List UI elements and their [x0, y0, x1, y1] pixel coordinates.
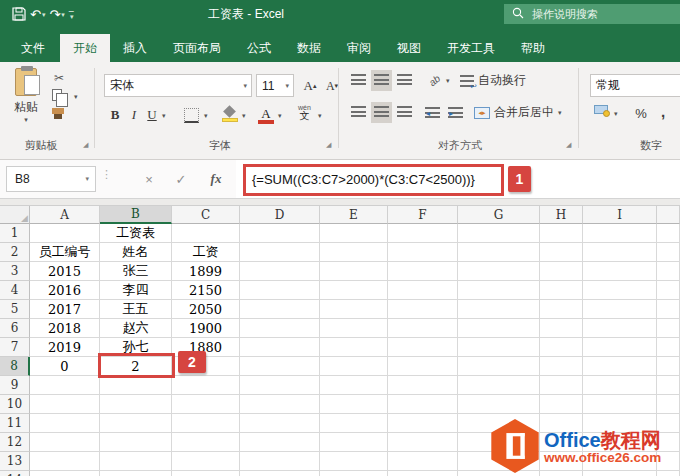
cell-F2[interactable]: [388, 243, 458, 262]
cell-E13[interactable]: [320, 452, 388, 471]
alignment-dialog-launcher-icon[interactable]: ◢: [566, 141, 571, 149]
cell-A11[interactable]: [30, 414, 100, 433]
cell-E5[interactable]: [320, 300, 388, 319]
undo-button[interactable]: ↶▾: [30, 8, 45, 21]
cell-I9[interactable]: [583, 376, 657, 395]
cell-A10[interactable]: [30, 395, 100, 414]
cell-J4[interactable]: [657, 281, 680, 300]
cell-E14[interactable]: [320, 471, 388, 476]
number-format-combo[interactable]: 常规: [590, 74, 680, 97]
shrink-font-button[interactable]: A▾: [322, 76, 342, 96]
align-bottom-button[interactable]: [394, 70, 415, 91]
cell-G6[interactable]: [458, 319, 540, 338]
cell-D12[interactable]: [240, 433, 320, 452]
phonetic-caret-icon[interactable]: ▾: [318, 112, 322, 120]
font-color-button[interactable]: A: [258, 106, 274, 124]
cell-H4[interactable]: [540, 281, 583, 300]
align-right-button[interactable]: [394, 102, 415, 123]
cell-D6[interactable]: [240, 319, 320, 338]
cell-I8[interactable]: [583, 357, 657, 376]
cell-D7[interactable]: [240, 338, 320, 357]
cell-C5[interactable]: 2050: [172, 300, 240, 319]
cell-J10[interactable]: [657, 395, 680, 414]
cell-D2[interactable]: [240, 243, 320, 262]
cell-E4[interactable]: [320, 281, 388, 300]
cell-H9[interactable]: [540, 376, 583, 395]
tab-6[interactable]: 审阅: [334, 34, 384, 62]
cell-H6[interactable]: [540, 319, 583, 338]
column-header-I[interactable]: I: [583, 206, 657, 224]
row-header-3[interactable]: 3: [0, 262, 30, 281]
select-all-corner[interactable]: [0, 206, 30, 224]
cell-F7[interactable]: [388, 338, 458, 357]
cell-G9[interactable]: [458, 376, 540, 395]
cell-F5[interactable]: [388, 300, 458, 319]
row-header-14[interactable]: 14: [0, 471, 30, 476]
cell-H3[interactable]: [540, 262, 583, 281]
cell-C9[interactable]: [172, 376, 240, 395]
cell-A4[interactable]: 2016: [30, 281, 100, 300]
cell-I4[interactable]: [583, 281, 657, 300]
cell-J8[interactable]: [657, 357, 680, 376]
cell-A3[interactable]: 2015: [30, 262, 100, 281]
cell-A6[interactable]: 2018: [30, 319, 100, 338]
row-header-11[interactable]: 11: [0, 414, 30, 433]
font-size-combo[interactable]: 11 ▾: [256, 74, 294, 97]
font-dialog-launcher-icon[interactable]: ◢: [326, 141, 331, 149]
cell-G4[interactable]: [458, 281, 540, 300]
cell-G1[interactable]: [458, 224, 540, 243]
copy-caret-icon[interactable]: ▾: [74, 93, 78, 101]
cell-G5[interactable]: [458, 300, 540, 319]
font-name-combo[interactable]: 宋体 ▾: [104, 74, 252, 97]
column-header-D[interactable]: D: [240, 206, 320, 224]
row-header-6[interactable]: 6: [0, 319, 30, 338]
cell-I10[interactable]: [583, 395, 657, 414]
column-header-G[interactable]: G: [458, 206, 540, 224]
cell-E11[interactable]: [320, 414, 388, 433]
cell-E6[interactable]: [320, 319, 388, 338]
cell-G3[interactable]: [458, 262, 540, 281]
cell-H7[interactable]: [540, 338, 583, 357]
cell-F1[interactable]: [388, 224, 458, 243]
cell-I6[interactable]: [583, 319, 657, 338]
tab-2[interactable]: 插入: [110, 34, 160, 62]
cut-button[interactable]: ✂: [50, 70, 68, 86]
borders-button[interactable]: [184, 108, 199, 123]
percent-style-button[interactable]: %: [632, 104, 650, 122]
fill-color-button[interactable]: [222, 106, 238, 122]
cell-E8[interactable]: [320, 357, 388, 376]
cell-J2[interactable]: [657, 243, 680, 262]
cell-C6[interactable]: 1900: [172, 319, 240, 338]
row-header-2[interactable]: 2: [0, 243, 30, 262]
row-header-12[interactable]: 12: [0, 433, 30, 452]
row-header-13[interactable]: 13: [0, 452, 30, 471]
cell-A1[interactable]: [30, 224, 100, 243]
cell-B3[interactable]: 张三: [100, 262, 172, 281]
column-header-F[interactable]: F: [388, 206, 458, 224]
tell-me-search[interactable]: 操作说明搜索: [504, 4, 680, 24]
cell-F10[interactable]: [388, 395, 458, 414]
cell-I3[interactable]: [583, 262, 657, 281]
cell-D13[interactable]: [240, 452, 320, 471]
format-painter-button[interactable]: [52, 108, 64, 114]
cell-F6[interactable]: [388, 319, 458, 338]
row-header-9[interactable]: 9: [0, 376, 30, 395]
column-header-C[interactable]: C: [172, 206, 240, 224]
customize-qat-icon[interactable]: ‒▾: [69, 9, 74, 19]
accounting-caret-icon[interactable]: ▾: [614, 110, 618, 118]
align-left-button[interactable]: [348, 102, 369, 123]
redo-button[interactable]: ↷▾: [49, 8, 64, 21]
cell-F13[interactable]: [388, 452, 458, 471]
cell-C1[interactable]: [172, 224, 240, 243]
cell-C11[interactable]: [172, 414, 240, 433]
row-header-5[interactable]: 5: [0, 300, 30, 319]
cell-B12[interactable]: [100, 433, 172, 452]
wrap-text-button[interactable]: 自动换行: [460, 70, 526, 91]
cell-G8[interactable]: [458, 357, 540, 376]
cell-C10[interactable]: [172, 395, 240, 414]
cell-B14[interactable]: [100, 471, 172, 476]
tab-0[interactable]: 文件: [6, 34, 60, 62]
cell-E3[interactable]: [320, 262, 388, 281]
align-top-button[interactable]: [348, 70, 369, 91]
cell-D8[interactable]: [240, 357, 320, 376]
